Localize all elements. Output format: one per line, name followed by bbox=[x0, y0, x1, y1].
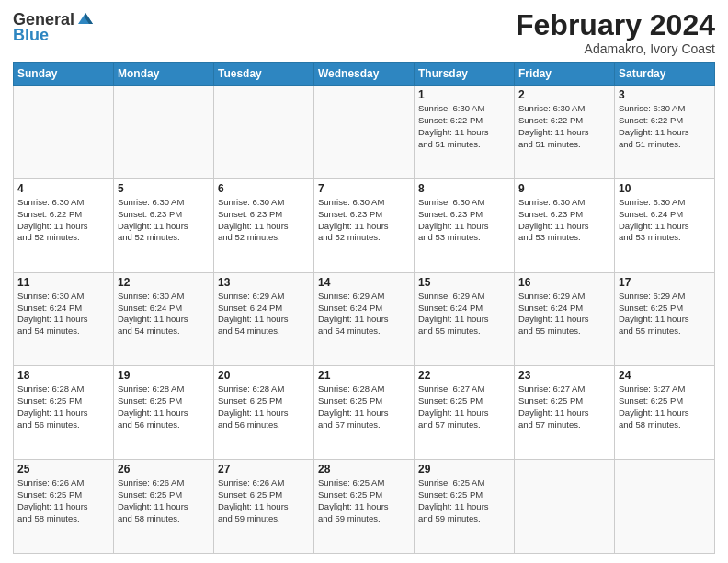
day-info: Sunrise: 6:30 AM Sunset: 6:22 PM Dayligh… bbox=[518, 103, 610, 150]
day-info: Sunrise: 6:30 AM Sunset: 6:22 PM Dayligh… bbox=[418, 103, 510, 150]
calendar-cell: 22Sunrise: 6:27 AM Sunset: 6:25 PM Dayli… bbox=[415, 366, 515, 460]
day-number: 24 bbox=[619, 369, 711, 382]
calendar-cell: 3Sunrise: 6:30 AM Sunset: 6:22 PM Daylig… bbox=[615, 86, 715, 179]
calendar-cell: 5Sunrise: 6:30 AM Sunset: 6:23 PM Daylig… bbox=[114, 178, 214, 272]
day-info: Sunrise: 6:26 AM Sunset: 6:25 PM Dayligh… bbox=[218, 477, 310, 524]
calendar-cell: 23Sunrise: 6:27 AM Sunset: 6:25 PM Dayli… bbox=[515, 366, 615, 460]
calendar-cell: 1Sunrise: 6:30 AM Sunset: 6:22 PM Daylig… bbox=[415, 86, 515, 179]
calendar-cell: 11Sunrise: 6:30 AM Sunset: 6:24 PM Dayli… bbox=[14, 272, 114, 366]
calendar-cell: 28Sunrise: 6:25 AM Sunset: 6:25 PM Dayli… bbox=[314, 460, 415, 554]
day-number: 19 bbox=[118, 369, 210, 382]
day-number: 20 bbox=[218, 369, 310, 382]
day-number: 23 bbox=[518, 369, 610, 382]
day-info: Sunrise: 6:25 AM Sunset: 6:25 PM Dayligh… bbox=[318, 477, 410, 524]
day-number: 21 bbox=[318, 369, 410, 382]
calendar-cell: 14Sunrise: 6:29 AM Sunset: 6:24 PM Dayli… bbox=[314, 272, 415, 366]
day-info: Sunrise: 6:30 AM Sunset: 6:22 PM Dayligh… bbox=[17, 197, 109, 244]
logo: General Blue bbox=[13, 9, 95, 45]
calendar-cell bbox=[214, 86, 314, 179]
day-number: 13 bbox=[218, 276, 310, 289]
weekday-header: Friday bbox=[515, 63, 615, 86]
weekday-header: Sunday bbox=[14, 63, 114, 86]
weekday-header: Monday bbox=[114, 63, 214, 86]
calendar-cell: 19Sunrise: 6:28 AM Sunset: 6:25 PM Dayli… bbox=[114, 366, 214, 460]
calendar-cell: 18Sunrise: 6:28 AM Sunset: 6:25 PM Dayli… bbox=[14, 366, 114, 460]
calendar-cell bbox=[515, 460, 615, 554]
calendar-cell: 21Sunrise: 6:28 AM Sunset: 6:25 PM Dayli… bbox=[314, 366, 415, 460]
day-number: 28 bbox=[318, 463, 410, 476]
day-info: Sunrise: 6:25 AM Sunset: 6:25 PM Dayligh… bbox=[418, 477, 510, 524]
calendar-table: SundayMondayTuesdayWednesdayThursdayFrid… bbox=[13, 62, 715, 554]
day-info: Sunrise: 6:26 AM Sunset: 6:25 PM Dayligh… bbox=[17, 477, 109, 524]
calendar-page: General Blue February 2024 Adamakro, Ivo… bbox=[0, 0, 728, 563]
day-info: Sunrise: 6:30 AM Sunset: 6:23 PM Dayligh… bbox=[518, 197, 610, 244]
calendar-week-row: 4Sunrise: 6:30 AM Sunset: 6:22 PM Daylig… bbox=[14, 178, 715, 272]
calendar-cell: 7Sunrise: 6:30 AM Sunset: 6:23 PM Daylig… bbox=[314, 178, 415, 272]
day-info: Sunrise: 6:28 AM Sunset: 6:25 PM Dayligh… bbox=[318, 384, 410, 431]
day-info: Sunrise: 6:30 AM Sunset: 6:22 PM Dayligh… bbox=[619, 103, 711, 150]
calendar-week-row: 25Sunrise: 6:26 AM Sunset: 6:25 PM Dayli… bbox=[14, 460, 715, 554]
title-block: February 2024 Adamakro, Ivory Coast bbox=[516, 9, 715, 56]
calendar-cell bbox=[314, 86, 415, 179]
calendar-cell: 25Sunrise: 6:26 AM Sunset: 6:25 PM Dayli… bbox=[14, 460, 114, 554]
day-info: Sunrise: 6:27 AM Sunset: 6:25 PM Dayligh… bbox=[418, 384, 510, 431]
calendar-cell: 13Sunrise: 6:29 AM Sunset: 6:24 PM Dayli… bbox=[214, 272, 314, 366]
day-info: Sunrise: 6:26 AM Sunset: 6:25 PM Dayligh… bbox=[118, 477, 210, 524]
day-info: Sunrise: 6:29 AM Sunset: 6:24 PM Dayligh… bbox=[318, 291, 410, 338]
day-info: Sunrise: 6:29 AM Sunset: 6:24 PM Dayligh… bbox=[218, 291, 310, 338]
calendar-subtitle: Adamakro, Ivory Coast bbox=[516, 41, 715, 56]
day-number: 6 bbox=[218, 182, 310, 195]
calendar-cell: 26Sunrise: 6:26 AM Sunset: 6:25 PM Dayli… bbox=[114, 460, 214, 554]
day-info: Sunrise: 6:28 AM Sunset: 6:25 PM Dayligh… bbox=[17, 384, 109, 431]
day-number: 8 bbox=[418, 182, 510, 195]
calendar-cell: 29Sunrise: 6:25 AM Sunset: 6:25 PM Dayli… bbox=[415, 460, 515, 554]
header: General Blue February 2024 Adamakro, Ivo… bbox=[13, 9, 715, 56]
day-number: 26 bbox=[118, 463, 210, 476]
weekday-header: Wednesday bbox=[314, 63, 415, 86]
calendar-week-row: 1Sunrise: 6:30 AM Sunset: 6:22 PM Daylig… bbox=[14, 86, 715, 179]
day-info: Sunrise: 6:29 AM Sunset: 6:25 PM Dayligh… bbox=[619, 291, 711, 338]
calendar-cell bbox=[615, 460, 715, 554]
day-number: 18 bbox=[17, 369, 109, 382]
day-info: Sunrise: 6:30 AM Sunset: 6:24 PM Dayligh… bbox=[17, 291, 109, 338]
day-number: 16 bbox=[518, 276, 610, 289]
day-number: 5 bbox=[118, 182, 210, 195]
calendar-cell: 15Sunrise: 6:29 AM Sunset: 6:24 PM Dayli… bbox=[415, 272, 515, 366]
day-info: Sunrise: 6:27 AM Sunset: 6:25 PM Dayligh… bbox=[619, 384, 711, 431]
day-info: Sunrise: 6:30 AM Sunset: 6:23 PM Dayligh… bbox=[418, 197, 510, 244]
day-info: Sunrise: 6:30 AM Sunset: 6:23 PM Dayligh… bbox=[118, 197, 210, 244]
day-info: Sunrise: 6:30 AM Sunset: 6:24 PM Dayligh… bbox=[619, 197, 711, 244]
day-number: 22 bbox=[418, 369, 510, 382]
weekday-header-row: SundayMondayTuesdayWednesdayThursdayFrid… bbox=[14, 63, 715, 86]
day-info: Sunrise: 6:30 AM Sunset: 6:23 PM Dayligh… bbox=[318, 197, 410, 244]
day-number: 25 bbox=[17, 463, 109, 476]
calendar-week-row: 11Sunrise: 6:30 AM Sunset: 6:24 PM Dayli… bbox=[14, 272, 715, 366]
calendar-cell: 17Sunrise: 6:29 AM Sunset: 6:25 PM Dayli… bbox=[615, 272, 715, 366]
calendar-cell: 24Sunrise: 6:27 AM Sunset: 6:25 PM Dayli… bbox=[615, 366, 715, 460]
calendar-cell: 4Sunrise: 6:30 AM Sunset: 6:22 PM Daylig… bbox=[14, 178, 114, 272]
day-info: Sunrise: 6:29 AM Sunset: 6:24 PM Dayligh… bbox=[418, 291, 510, 338]
calendar-cell: 6Sunrise: 6:30 AM Sunset: 6:23 PM Daylig… bbox=[214, 178, 314, 272]
day-info: Sunrise: 6:28 AM Sunset: 6:25 PM Dayligh… bbox=[118, 384, 210, 431]
day-number: 17 bbox=[619, 276, 711, 289]
calendar-cell: 8Sunrise: 6:30 AM Sunset: 6:23 PM Daylig… bbox=[415, 178, 515, 272]
day-info: Sunrise: 6:28 AM Sunset: 6:25 PM Dayligh… bbox=[218, 384, 310, 431]
day-number: 9 bbox=[518, 182, 610, 195]
calendar-cell bbox=[114, 86, 214, 179]
calendar-cell bbox=[14, 86, 114, 179]
calendar-cell: 27Sunrise: 6:26 AM Sunset: 6:25 PM Dayli… bbox=[214, 460, 314, 554]
day-info: Sunrise: 6:30 AM Sunset: 6:24 PM Dayligh… bbox=[118, 291, 210, 338]
calendar-cell: 20Sunrise: 6:28 AM Sunset: 6:25 PM Dayli… bbox=[214, 366, 314, 460]
day-number: 11 bbox=[17, 276, 109, 289]
day-number: 29 bbox=[418, 463, 510, 476]
calendar-title: February 2024 bbox=[516, 9, 715, 41]
day-info: Sunrise: 6:27 AM Sunset: 6:25 PM Dayligh… bbox=[518, 384, 610, 431]
day-number: 14 bbox=[318, 276, 410, 289]
day-number: 27 bbox=[218, 463, 310, 476]
calendar-week-row: 18Sunrise: 6:28 AM Sunset: 6:25 PM Dayli… bbox=[14, 366, 715, 460]
logo-icon bbox=[76, 9, 95, 28]
day-number: 1 bbox=[418, 88, 510, 101]
day-info: Sunrise: 6:30 AM Sunset: 6:23 PM Dayligh… bbox=[218, 197, 310, 244]
day-number: 3 bbox=[619, 88, 711, 101]
calendar-cell: 16Sunrise: 6:29 AM Sunset: 6:24 PM Dayli… bbox=[515, 272, 615, 366]
